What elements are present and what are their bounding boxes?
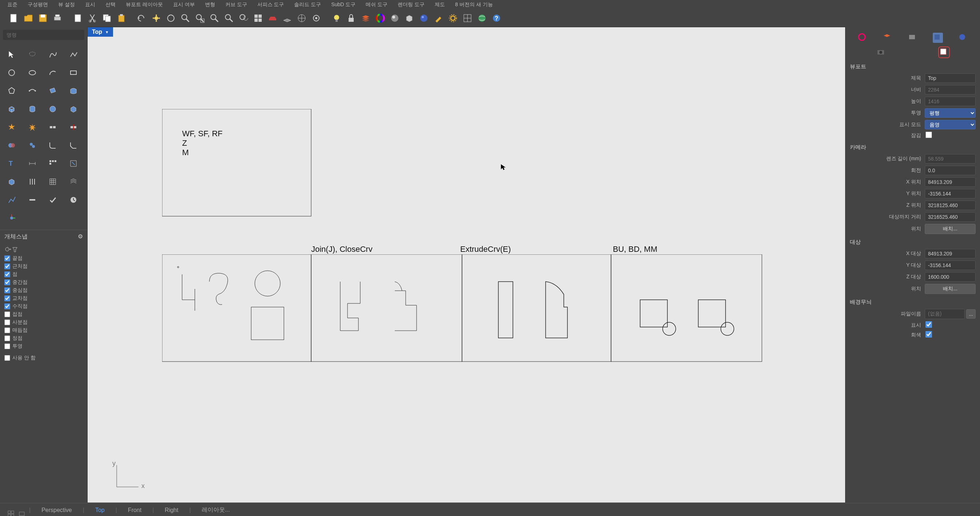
prop-yt[interactable] xyxy=(925,260,976,270)
gear-icon[interactable] xyxy=(446,12,460,25)
surface-tools-icon[interactable] xyxy=(65,82,82,100)
menu-surface[interactable]: 서피스 도구 xyxy=(257,2,284,8)
prop-file-browse[interactable]: ... xyxy=(966,309,976,319)
lock-icon[interactable] xyxy=(345,12,358,25)
menu-viewset[interactable]: 뷰 설정 xyxy=(58,2,75,8)
osnap-perp[interactable] xyxy=(4,303,10,309)
grid-icon[interactable] xyxy=(44,173,61,191)
menu-select[interactable]: 선택 xyxy=(105,2,116,8)
array-icon[interactable] xyxy=(44,155,61,172)
render-icon[interactable] xyxy=(417,12,430,25)
measure-icon[interactable] xyxy=(24,191,41,209)
mesh-array-icon[interactable] xyxy=(24,173,41,191)
render-cube-icon[interactable] xyxy=(403,12,416,25)
tab-materials-icon[interactable] xyxy=(933,33,943,43)
zoom-selected-icon[interactable] xyxy=(223,12,235,25)
solid-tools-icon[interactable] xyxy=(65,100,82,118)
osnap-near[interactable] xyxy=(4,264,10,269)
help-icon[interactable]: ? xyxy=(490,12,503,25)
prop-position-btn[interactable]: 배치... xyxy=(925,224,976,234)
sb-front[interactable]: Front xyxy=(128,507,142,513)
prop-projection[interactable]: 평행 xyxy=(925,108,976,118)
prop-rotation[interactable] xyxy=(925,166,976,175)
menu-transform[interactable]: 변형 xyxy=(205,2,215,8)
rotate-view-icon[interactable] xyxy=(164,12,177,25)
color-wheel-icon[interactable] xyxy=(374,12,387,25)
curve-edit-icon[interactable] xyxy=(24,82,41,100)
osnap-disable[interactable] xyxy=(4,355,10,361)
new-file-icon[interactable] xyxy=(7,12,21,25)
menu-vplayout[interactable]: 뷰포트 레이아웃 xyxy=(126,2,163,8)
lightbulb-icon[interactable] xyxy=(330,12,343,25)
tab-display-icon[interactable] xyxy=(908,33,918,43)
prop-dist[interactable] xyxy=(925,212,976,222)
sb-layout[interactable]: 레이아웃... xyxy=(202,506,230,514)
menu-subd[interactable]: SubD 도구 xyxy=(331,2,355,8)
osnap-end[interactable] xyxy=(4,256,10,261)
doc-icon[interactable] xyxy=(71,12,84,25)
osnap-gear-icon[interactable]: ⚙ xyxy=(78,233,83,241)
transform-icon[interactable] xyxy=(65,155,82,172)
zoom-extents-icon[interactable] xyxy=(208,12,221,25)
grid-config-icon[interactable] xyxy=(461,12,474,25)
mesh-box-icon[interactable] xyxy=(3,173,21,191)
tab-frame-icon[interactable] xyxy=(939,47,949,57)
print-icon[interactable] xyxy=(51,12,64,25)
prop-gray[interactable] xyxy=(926,331,932,338)
polyline-icon[interactable] xyxy=(65,46,82,63)
grid-3d-icon[interactable] xyxy=(65,173,82,191)
osnap-point[interactable] xyxy=(4,271,10,277)
curve-icon[interactable] xyxy=(44,46,61,63)
text-icon[interactable]: T xyxy=(3,155,21,172)
menu-newv8[interactable]: 8 버전의 새 기능 xyxy=(455,2,493,8)
cplane-world-icon[interactable] xyxy=(295,12,308,25)
group-icon[interactable] xyxy=(24,137,41,154)
prop-locked[interactable] xyxy=(926,132,932,138)
prop-zpos[interactable] xyxy=(925,201,976,210)
open-file-icon[interactable] xyxy=(22,12,35,25)
surface-icon[interactable] xyxy=(44,82,61,100)
osnap-intersect[interactable] xyxy=(4,295,10,301)
menu-display[interactable]: 표시 xyxy=(85,2,95,8)
zoom-prev-icon[interactable] xyxy=(237,12,250,25)
layers-icon[interactable] xyxy=(359,12,372,25)
prop-display-mode[interactable]: 음영 xyxy=(925,120,976,129)
sb-top[interactable]: Top xyxy=(95,507,105,513)
car-icon[interactable] xyxy=(266,12,279,25)
osnap-quad[interactable] xyxy=(4,319,10,325)
prop-xpos[interactable] xyxy=(925,177,976,187)
menu-visibility[interactable]: 표시 여부 xyxy=(173,2,195,8)
osnap-tan[interactable] xyxy=(4,311,10,317)
pan-icon[interactable] xyxy=(150,12,163,25)
tab-render-icon[interactable] xyxy=(958,33,968,43)
arc-icon[interactable] xyxy=(44,64,61,81)
zoom-window-icon[interactable] xyxy=(193,12,207,25)
menu-draft[interactable]: 제도 xyxy=(435,2,445,8)
menu-solid[interactable]: 솔리드 도구 xyxy=(294,2,321,8)
fillet-icon[interactable] xyxy=(44,137,61,154)
analyze-icon[interactable] xyxy=(3,191,21,209)
osnap-center[interactable] xyxy=(4,287,10,293)
globe-icon[interactable] xyxy=(476,12,488,25)
tab-camera-icon[interactable] xyxy=(877,47,886,57)
paint-icon[interactable] xyxy=(432,12,445,25)
viewport-top[interactable]: Top▼ WF, SF, RF Z M Join(J), CloseCrv Ex… xyxy=(87,27,845,503)
history-icon[interactable] xyxy=(65,191,82,209)
cylinder-icon[interactable] xyxy=(24,100,41,118)
copy-icon[interactable] xyxy=(100,12,113,25)
prop-title[interactable] xyxy=(925,73,976,83)
tab-layers-icon[interactable] xyxy=(883,33,893,43)
osnap-vertex[interactable] xyxy=(4,335,10,341)
paste-icon[interactable] xyxy=(115,12,128,25)
prop-tpos-btn[interactable]: 배치... xyxy=(925,284,976,294)
zoom-dynamic-icon[interactable] xyxy=(179,12,192,25)
prop-show[interactable] xyxy=(926,321,932,328)
join-icon[interactable] xyxy=(44,119,61,136)
named-views-icon[interactable] xyxy=(310,12,323,25)
polygon-icon[interactable] xyxy=(3,82,21,100)
menu-render[interactable]: 렌더링 도구 xyxy=(398,2,425,8)
four-view-icon[interactable] xyxy=(251,12,265,25)
trim-icon[interactable] xyxy=(65,119,82,136)
chamfer-icon[interactable] xyxy=(65,137,82,154)
menu-standard[interactable]: 표준 xyxy=(7,2,18,8)
